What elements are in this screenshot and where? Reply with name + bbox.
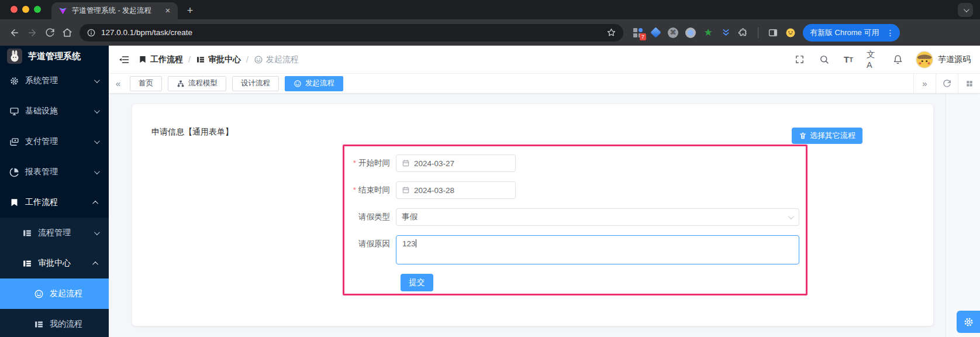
form-row-end-time: 结束时间 2024-03-28	[349, 181, 806, 199]
chevron-up-icon	[92, 200, 98, 206]
tag-process-model[interactable]: 流程模型	[168, 76, 226, 91]
app-logo	[7, 49, 22, 64]
chrome-update-button[interactable]: 有新版 Chrome 可用 ⋮	[803, 24, 900, 42]
home-button[interactable]	[58, 24, 76, 42]
font-size-button[interactable]: TT	[842, 53, 855, 66]
extension-icon-6[interactable]	[720, 27, 731, 38]
window-close-button[interactable]	[11, 6, 18, 13]
browser-menu-icon[interactable]: ⋮	[884, 28, 896, 37]
site-info-icon[interactable]	[87, 28, 96, 37]
leave-type-select[interactable]: 事假	[396, 208, 799, 226]
flag-icon	[138, 55, 147, 64]
font-size-icon-small: T	[849, 56, 853, 63]
sidebar-item-workflow[interactable]: 工作流程	[0, 187, 109, 218]
window-minimize-button[interactable]	[22, 6, 29, 13]
tag-create-process[interactable]: 发起流程	[285, 76, 343, 91]
chevron-down-icon	[94, 108, 100, 114]
field-label: 开始时间	[349, 154, 390, 172]
refresh-page-button[interactable]	[936, 74, 958, 93]
search-button[interactable]	[817, 53, 830, 66]
card-title: 申请信息【通用表单】	[151, 127, 233, 137]
profile-avatar[interactable]	[785, 27, 796, 38]
extension-icon-4[interactable]	[685, 27, 696, 38]
smiley-icon	[294, 80, 302, 88]
sidebar-item-approval-center[interactable]: 审批中心	[0, 248, 109, 278]
new-tab-button[interactable]: +	[182, 4, 198, 19]
sidebar-item-payment[interactable]: 支付管理	[0, 126, 109, 157]
collapse-sidebar-button[interactable]	[116, 51, 132, 68]
chrome-update-label: 有新版 Chrome 可用	[810, 27, 879, 38]
tab-search-button[interactable]	[958, 3, 973, 17]
list-icon	[22, 259, 32, 269]
chevron-down-icon	[94, 168, 100, 174]
chevron-down-icon	[788, 214, 794, 219]
url-text: 127.0.0.1/bpm/task/create	[101, 28, 192, 37]
form-card: 申请信息【通用表单】 选择其它流程 开始时间 2024-03-27 结束时间	[132, 104, 933, 326]
sidebar-item-label: 流程管理	[38, 228, 71, 238]
payment-icon	[9, 137, 19, 147]
breadcrumb-label: 发起流程	[266, 54, 299, 65]
sidebar-item-report[interactable]: 报表管理	[0, 157, 109, 187]
breadcrumb-separator: /	[246, 55, 249, 64]
sidebar-item-infra[interactable]: 基础设施	[0, 96, 109, 126]
address-bar[interactable]: 127.0.0.1/bpm/task/create	[80, 24, 623, 42]
end-date-value: 2024-03-28	[414, 186, 454, 195]
form-row-leave-reason: 请假原因 123	[349, 235, 806, 264]
user-avatar	[916, 51, 933, 68]
user-menu[interactable]: 芋道源码	[916, 51, 971, 68]
sidebar-item-label: 工作流程	[25, 197, 58, 208]
field-label: 请假原因	[349, 235, 390, 253]
browser-tab[interactable]: 芋道管理系统 - 发起流程 ×	[51, 2, 178, 19]
extensions-puzzle-button[interactable]	[738, 27, 748, 38]
forward-button[interactable]	[23, 24, 41, 42]
sidebar-item-label: 审批中心	[38, 258, 71, 269]
leave-reason-textarea[interactable]: 123	[396, 235, 799, 264]
tags-view-bar: « 首页 流程模型 设计流程 发起流程 »	[109, 74, 980, 94]
content-right-gutter	[946, 94, 980, 337]
tag-design-process[interactable]: 设计流程	[232, 76, 279, 91]
notification-bell-button[interactable]	[891, 53, 904, 66]
tag-home[interactable]: 首页	[130, 76, 162, 91]
end-date-input[interactable]: 2024-03-28	[396, 181, 516, 199]
window-zoom-button[interactable]	[34, 6, 41, 13]
font-size-icon: T	[844, 54, 849, 64]
sidebar-item-my-process[interactable]: 我的流程	[0, 309, 109, 337]
sidebar-item-process-mgmt[interactable]: 流程管理	[0, 218, 109, 248]
tags-list: 首页 流程模型 设计流程 发起流程	[130, 76, 343, 91]
trash-icon	[799, 132, 807, 140]
toolbar-divider	[758, 27, 758, 38]
browser-toolbar: 127.0.0.1/bpm/task/create 7 ⌘ ★ 有新版 Chro…	[0, 19, 980, 46]
field-label: 请假类型	[349, 208, 390, 226]
start-date-input[interactable]: 2024-03-27	[396, 154, 516, 172]
back-button[interactable]	[6, 24, 23, 42]
language-button[interactable]: 文A	[867, 53, 879, 66]
extension-icon-1[interactable]: 7	[633, 27, 643, 38]
extension-icon-3[interactable]: ⌘	[668, 27, 678, 38]
settings-drawer-button[interactable]	[957, 311, 980, 333]
smiley-icon	[34, 289, 44, 299]
extension-icon-2[interactable]	[650, 27, 661, 38]
page-content: 申请信息【通用表单】 选择其它流程 开始时间 2024-03-27 结束时间	[109, 94, 980, 337]
gear-icon	[9, 76, 19, 86]
sidebar-item-label: 报表管理	[25, 167, 58, 177]
breadcrumb-item-approval[interactable]: 审批中心	[196, 54, 241, 65]
scroll-tags-right-button[interactable]: »	[913, 74, 936, 93]
submit-button[interactable]: 提交	[401, 274, 433, 291]
scroll-tags-left-button[interactable]: «	[109, 78, 127, 88]
side-panel-button[interactable]	[768, 27, 778, 38]
bookmark-star-icon[interactable]	[606, 27, 616, 37]
tab-close-icon[interactable]: ×	[163, 6, 173, 16]
reload-button[interactable]	[41, 24, 58, 42]
breadcrumb-item-workflow[interactable]: 工作流程	[138, 54, 183, 65]
sidebar-item-create-process[interactable]: 发起流程	[0, 278, 109, 309]
circle-icon	[685, 27, 696, 38]
app-logo-row[interactable]: 芋道管理系统	[0, 47, 109, 66]
tag-label: 流程模型	[188, 78, 218, 88]
flag-icon	[9, 198, 19, 208]
sidebar-item-system[interactable]: 系统管理	[0, 66, 109, 96]
chevron-down-icon	[94, 138, 100, 144]
choose-other-process-button[interactable]: 选择其它流程	[792, 128, 862, 144]
extension-icon-5[interactable]: ★	[703, 27, 713, 38]
layout-grid-button[interactable]	[958, 74, 980, 93]
fullscreen-button[interactable]	[793, 53, 806, 66]
